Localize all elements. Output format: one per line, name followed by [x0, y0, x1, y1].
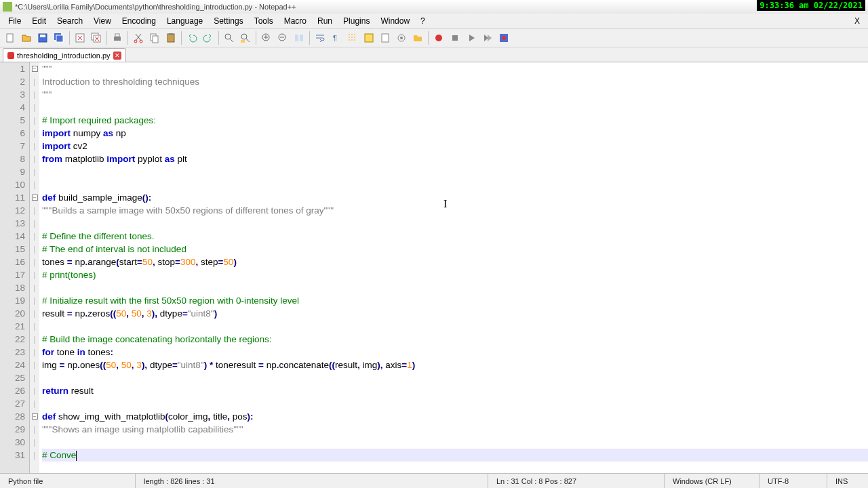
svg-rect-8 [114, 37, 121, 41]
redo-icon[interactable] [201, 30, 216, 45]
menu-tools[interactable]: Tools [249, 15, 279, 27]
udl-icon[interactable] [361, 30, 376, 45]
svg-rect-24 [365, 34, 373, 42]
zoom-in-icon[interactable] [259, 30, 274, 45]
doc-map-icon[interactable] [378, 30, 393, 45]
copy-icon[interactable] [147, 30, 162, 45]
folder-workspace-icon[interactable] [410, 30, 425, 45]
svg-text:¶: ¶ [333, 34, 337, 42]
menu-run[interactable]: Run [312, 15, 338, 27]
zoom-out-icon[interactable] [275, 30, 290, 45]
tab-bar: thresholding_introduction.py ✕ [0, 47, 868, 62]
svg-rect-13 [153, 36, 158, 43]
word-wrap-icon[interactable] [313, 30, 328, 45]
tab-file[interactable]: thresholding_introduction.py ✕ [3, 48, 126, 62]
menu-help[interactable]: ? [415, 15, 431, 27]
editor[interactable]: 1234567891011121314151617181920212223242… [0, 62, 868, 473]
status-eol: Windows (CR LF) [665, 474, 760, 488]
svg-rect-15 [169, 33, 173, 35]
svg-point-31 [502, 36, 506, 40]
svg-point-17 [241, 34, 247, 39]
svg-rect-25 [382, 34, 389, 42]
svg-point-16 [225, 34, 231, 39]
save-macro-icon[interactable] [496, 30, 511, 45]
svg-rect-18 [241, 40, 245, 43]
menu-encoding[interactable]: Encoding [117, 15, 161, 27]
window-title: *C:\Users\Lorilla Family\Documents\pytho… [15, 3, 296, 11]
sync-scroll-icon[interactable] [292, 30, 307, 45]
svg-rect-29 [452, 35, 458, 41]
play-multi-icon[interactable] [480, 30, 495, 45]
menu-macro[interactable]: Macro [279, 15, 312, 27]
menu-view[interactable]: View [88, 15, 117, 27]
status-filetype: Python file [0, 474, 136, 488]
code-area[interactable]: I """Introduction to thresholding techni… [39, 62, 868, 473]
svg-rect-21 [295, 35, 298, 41]
svg-rect-4 [56, 35, 63, 42]
open-file-icon[interactable] [19, 30, 34, 45]
app-icon [3, 2, 12, 12]
status-length: length : 826 lines : 31 [136, 474, 488, 488]
menu-file[interactable]: File [3, 15, 26, 27]
svg-point-27 [400, 37, 403, 39]
play-macro-icon[interactable] [464, 30, 479, 45]
toolbar: ¶ [0, 28, 868, 47]
new-file-icon[interactable] [3, 30, 18, 45]
menu-bar: File Edit Search View Encoding Language … [0, 14, 868, 28]
status-position: Ln : 31 Col : 8 Pos : 827 [488, 474, 665, 488]
menu-edit[interactable]: Edit [26, 15, 52, 27]
menu-search[interactable]: Search [52, 15, 88, 27]
tab-label: thresholding_introduction.py [17, 52, 111, 60]
modified-icon [7, 52, 14, 59]
menu-settings[interactable]: Settings [208, 15, 248, 27]
save-icon[interactable] [35, 30, 50, 45]
stop-macro-icon[interactable] [448, 30, 462, 45]
status-ins: INS [827, 474, 868, 488]
menu-plugins[interactable]: Plugins [338, 15, 375, 27]
svg-rect-22 [300, 35, 303, 41]
show-all-chars-icon[interactable]: ¶ [329, 30, 344, 45]
record-macro-icon[interactable] [431, 30, 446, 45]
menu-language[interactable]: Language [161, 15, 208, 27]
svg-rect-0 [7, 34, 13, 42]
timestamp-overlay: 9:33:36 am 02/22/2021 [757, 0, 865, 11]
svg-point-28 [435, 35, 442, 41]
save-all-icon[interactable] [52, 30, 66, 45]
close-all-icon[interactable] [89, 30, 104, 45]
cut-icon[interactable] [131, 30, 146, 45]
svg-rect-2 [40, 35, 45, 37]
find-icon[interactable] [222, 30, 237, 45]
close-file-icon[interactable] [73, 30, 87, 45]
func-list-icon[interactable] [394, 30, 409, 45]
indent-guide-icon[interactable] [345, 30, 360, 45]
fold-column[interactable]: −│││││││││−││││││││││││││││−│││ [30, 62, 39, 473]
line-gutter: 1234567891011121314151617181920212223242… [0, 62, 30, 473]
status-encoding: UTF-8 [760, 474, 827, 488]
replace-icon[interactable] [238, 30, 253, 45]
tab-close-icon[interactable]: ✕ [113, 52, 121, 60]
paste-icon[interactable] [163, 30, 178, 45]
close-button[interactable]: X [849, 16, 865, 26]
title-bar: *C:\Users\Lorilla Family\Documents\pytho… [0, 0, 868, 14]
status-bar: Python file length : 826 lines : 31 Ln :… [0, 473, 868, 488]
print-icon[interactable] [110, 30, 125, 45]
svg-rect-9 [115, 34, 119, 37]
undo-icon[interactable] [184, 30, 199, 45]
menu-window[interactable]: Window [375, 15, 415, 27]
